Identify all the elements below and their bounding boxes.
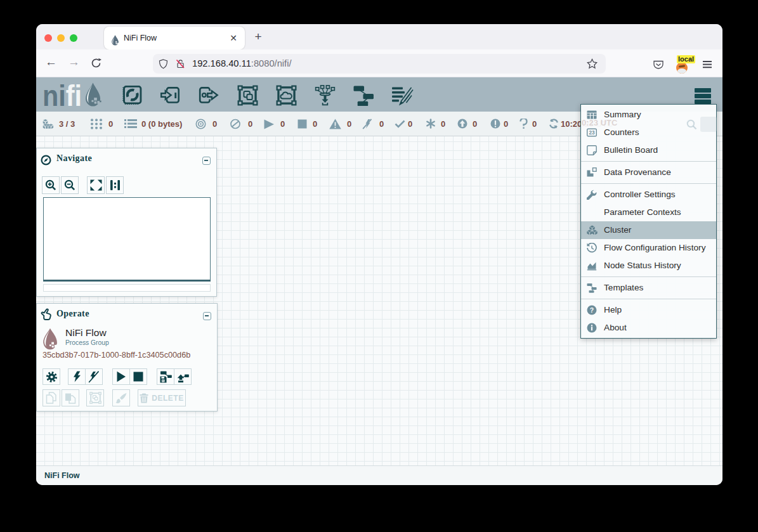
svg-text:nifi: nifi xyxy=(42,83,82,108)
svg-text:?: ? xyxy=(590,306,594,314)
svg-text:23: 23 xyxy=(589,130,595,136)
